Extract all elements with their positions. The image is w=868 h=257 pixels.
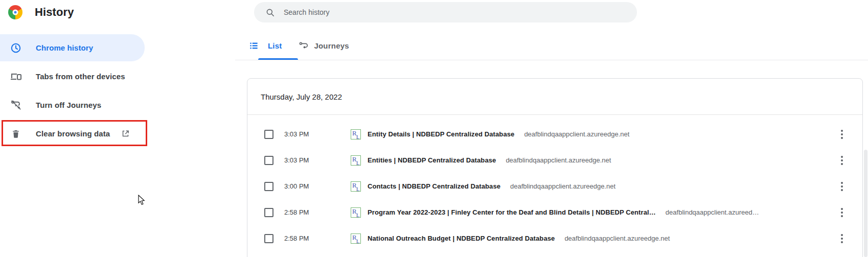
- favicon-letter: L: [356, 134, 359, 140]
- history-row: 3:00 PM RL Contacts | NDBEDP Centralized…: [247, 173, 862, 199]
- sidebar-item-chrome-history[interactable]: Chrome history: [0, 34, 145, 61]
- row-time: 3:00 PM: [284, 182, 351, 190]
- row-title-link[interactable]: Entities | NDBEDP Centralized Database: [368, 156, 496, 164]
- row-title-link[interactable]: Program Year 2022-2023 | Finley Center f…: [368, 208, 656, 216]
- history-row: 2:58 PM RL National Outreach Budget | ND…: [247, 225, 862, 251]
- app-header: History: [0, 0, 153, 19]
- sidebar-item-label: Turn off Journeys: [36, 101, 101, 109]
- more-vert-icon[interactable]: [836, 128, 848, 141]
- sidebar-item-label: Clear browsing data: [36, 129, 110, 138]
- favicon-letter: L: [356, 160, 359, 166]
- row-domain: deafblindqaappclient.azureedge.net: [564, 235, 670, 242]
- sidebar-item-tabs-from-other-devices[interactable]: Tabs from other devices: [0, 63, 145, 90]
- favicon-letter: L: [356, 186, 359, 192]
- tab-list[interactable]: List: [249, 41, 282, 51]
- devices-icon: [10, 71, 22, 83]
- history-row: 3:03 PM RL Entities | NDBEDP Centralized…: [247, 147, 862, 173]
- row-checkbox[interactable]: [264, 208, 273, 217]
- trash-icon: [10, 128, 22, 140]
- more-vert-icon[interactable]: [836, 154, 848, 167]
- sidebar: History Chrome history Tabs from other d…: [0, 0, 153, 257]
- clock-icon: [10, 42, 22, 54]
- search-icon: [265, 8, 275, 17]
- sidebar-menu: Chrome history Tabs from other devices T…: [0, 34, 153, 147]
- row-time: 2:58 PM: [284, 208, 351, 216]
- sidebar-item-clear-browsing-data[interactable]: Clear browsing data: [0, 120, 145, 147]
- row-domain: deafblindqaappclient.azureedge.net: [524, 130, 629, 138]
- row-title-link[interactable]: Entity Details | NDBEDP Centralized Data…: [368, 130, 514, 138]
- site-favicon: RL: [351, 155, 361, 166]
- journeys-off-icon: [10, 99, 22, 111]
- row-time: 3:03 PM: [284, 156, 351, 164]
- open-in-new-icon: [121, 129, 130, 138]
- tab-label: Journeys: [314, 41, 349, 50]
- row-checkbox[interactable]: [264, 130, 273, 139]
- history-row: 2:58 PM RL Program Year 2022-2023 | Finl…: [247, 199, 862, 225]
- list-icon: [249, 41, 259, 51]
- search-input[interactable]: [284, 8, 627, 16]
- chrome-logo-center: [13, 10, 18, 15]
- chrome-logo-icon: [8, 5, 22, 19]
- sidebar-item-turn-off-journeys[interactable]: Turn off Journeys: [0, 91, 145, 119]
- row-time: 2:58 PM: [284, 235, 351, 242]
- row-checkbox[interactable]: [264, 182, 273, 191]
- history-rows: 3:03 PM RL Entity Details | NDBEDP Centr…: [247, 115, 862, 251]
- row-checkbox[interactable]: [264, 234, 273, 243]
- date-header: Thursday, July 28, 2022: [247, 79, 862, 115]
- more-vert-icon[interactable]: [836, 180, 848, 193]
- row-domain: deafblindqaappclient.azureed…: [666, 208, 759, 216]
- tab-journeys[interactable]: Journeys: [299, 40, 349, 51]
- site-favicon: RL: [351, 181, 361, 192]
- favicon-letter: L: [356, 213, 359, 218]
- site-favicon: RL: [351, 129, 361, 139]
- row-title-link[interactable]: Contacts | NDBEDP Centralized Database: [368, 182, 500, 190]
- scrollbar[interactable]: [864, 150, 867, 257]
- active-tab-indicator: [258, 58, 298, 60]
- tab-label: List: [268, 41, 282, 50]
- row-domain: deafblindqaappclient.azureedge.net: [510, 182, 615, 190]
- sidebar-item-label: Chrome history: [36, 43, 93, 52]
- row-domain: deafblindqaappclient.azureedge.net: [506, 156, 611, 164]
- sidebar-item-label: Tabs from other devices: [36, 72, 125, 81]
- page-title: History: [35, 6, 74, 19]
- history-card: Thursday, July 28, 2022 3:03 PM RL Entit…: [247, 78, 863, 257]
- search-bar: [254, 2, 637, 22]
- site-favicon: RL: [351, 233, 361, 244]
- more-vert-icon[interactable]: [836, 232, 848, 245]
- site-favicon: RL: [351, 207, 361, 218]
- row-title-link[interactable]: National Outreach Budget | NDBEDP Centra…: [368, 235, 555, 242]
- tab-bar: List Journeys: [235, 32, 868, 60]
- history-row: 3:03 PM RL Entity Details | NDBEDP Centr…: [247, 121, 862, 147]
- row-checkbox[interactable]: [264, 156, 273, 165]
- row-time: 3:03 PM: [284, 130, 351, 138]
- more-vert-icon[interactable]: [836, 206, 848, 219]
- journeys-icon: [299, 40, 309, 51]
- favicon-letter: L: [356, 239, 359, 244]
